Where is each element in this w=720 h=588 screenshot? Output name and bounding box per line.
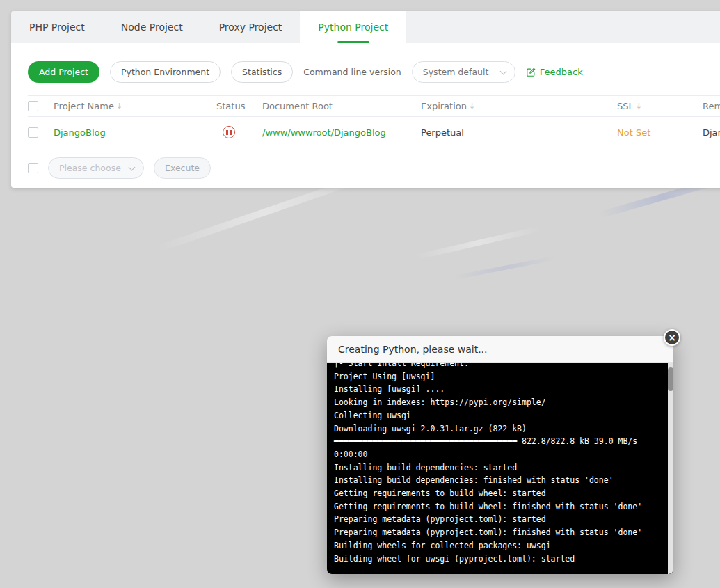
chevron-down-icon bbox=[129, 164, 136, 170]
execute-button[interactable]: Execute bbox=[154, 157, 211, 179]
sort-icon[interactable]: ↓ bbox=[636, 102, 642, 111]
ssl-status-link[interactable]: Not Set bbox=[617, 127, 650, 138]
terminal-line: Preparing metadata (pyproject.toml): sta… bbox=[334, 513, 659, 526]
header-status: Status bbox=[216, 101, 245, 111]
feedback-icon bbox=[526, 67, 536, 77]
terminal-line: 0:00:00 bbox=[334, 448, 659, 461]
table-row: DjangoBlog /www/wwwroot/DjangoBlog Perpe… bbox=[28, 117, 720, 148]
tab-python-project[interactable]: Python Project bbox=[300, 11, 406, 43]
project-type-tabs: PHP Project Node Project Proxy Project P… bbox=[11, 11, 720, 43]
python-environment-button[interactable]: Python Environment bbox=[110, 61, 221, 83]
header-ssl: SSL bbox=[617, 101, 634, 111]
modal-title: Creating Python, please wait... bbox=[338, 344, 488, 355]
add-project-button[interactable]: Add Project bbox=[28, 61, 99, 83]
header-document-root: Document Root bbox=[262, 101, 333, 111]
terminal-line: Installing build dependencies: started bbox=[334, 461, 659, 475]
terminal-line: Building wheel for uwsgi (pyproject.toml… bbox=[334, 553, 659, 566]
command-line-version-label: Command line version bbox=[303, 67, 401, 77]
toolbar: Add Project Python Environment Statistic… bbox=[11, 43, 720, 83]
project-name-link[interactable]: DjangoBlog bbox=[54, 127, 106, 138]
batch-action-select-placeholder: Please choose bbox=[59, 163, 121, 173]
chevron-down-icon bbox=[499, 67, 506, 74]
batch-action-select[interactable]: Please choose bbox=[48, 157, 144, 179]
background-streak bbox=[453, 256, 556, 280]
terminal-line: Getting requirements to build wheel: fin… bbox=[334, 500, 659, 514]
row-checkbox[interactable] bbox=[28, 127, 38, 138]
terminal-line: |- Start Intall Requirement. bbox=[334, 363, 659, 370]
status-paused-icon[interactable] bbox=[223, 126, 235, 138]
header-project-name: Project Name bbox=[54, 101, 114, 111]
project-table: Project Name ↓ Status Document Root Expi… bbox=[28, 95, 720, 148]
document-root-link[interactable]: /www/wwwroot/DjangoBlog bbox=[262, 127, 386, 138]
project-panel: PHP Project Node Project Proxy Project P… bbox=[11, 11, 720, 188]
terminal-scrollbar-thumb[interactable] bbox=[668, 367, 673, 391]
python-version-select-value: System default bbox=[423, 67, 489, 77]
terminal-output[interactable]: |- Start Intall Requirement. Project Usi… bbox=[327, 363, 673, 574]
terminal-line: Project Using [uwsgi] bbox=[334, 370, 659, 383]
terminal-line: Getting requirements to build wheel: sta… bbox=[334, 487, 659, 500]
terminal-line: Building wheels for collected packages: … bbox=[334, 539, 659, 553]
tab-proxy-project[interactable]: Proxy Project bbox=[201, 11, 301, 43]
terminal-line: Downloading uwsgi-2.0.31.tar.gz (822 kB) bbox=[334, 422, 659, 436]
table-header-row: Project Name ↓ Status Document Root Expi… bbox=[28, 95, 720, 117]
batch-action-bar: Please choose Execute bbox=[28, 157, 720, 179]
statistics-button[interactable]: Statistics bbox=[231, 61, 293, 83]
header-expiration: Expiration bbox=[421, 101, 467, 111]
terminal-line: Installing build dependencies: finished … bbox=[334, 474, 659, 487]
terminal-line: Collecting uwsgi bbox=[334, 409, 659, 422]
batch-select-checkbox[interactable] bbox=[28, 163, 38, 173]
feedback-link[interactable]: Feedback bbox=[526, 67, 583, 77]
expiration-value: Perpetual bbox=[421, 127, 464, 138]
tab-php-project[interactable]: PHP Project bbox=[11, 11, 103, 43]
feedback-label: Feedback bbox=[540, 67, 583, 77]
header-remark: Remark bbox=[703, 101, 720, 111]
background-streak bbox=[415, 225, 541, 260]
terminal-progress-line: ━━━━━━━━━━━━━━━━━━━━━━━━━━━━━━━━━━━━━━ 8… bbox=[334, 435, 659, 448]
remark-value: DjangoBlog bbox=[703, 127, 720, 138]
terminal-line: Preparing metadata (pyproject.toml): fin… bbox=[334, 526, 659, 539]
terminal-line: Installing [uwsgi] .... bbox=[334, 383, 659, 396]
modal-header: Creating Python, please wait... bbox=[327, 336, 673, 363]
select-all-checkbox[interactable] bbox=[28, 101, 38, 111]
modal-close-button[interactable]: × bbox=[664, 329, 680, 346]
terminal-scrollbar[interactable] bbox=[668, 363, 673, 574]
creating-python-modal: × Creating Python, please wait... |- Sta… bbox=[327, 336, 673, 574]
python-version-select[interactable]: System default bbox=[412, 61, 515, 83]
sort-icon[interactable]: ↓ bbox=[469, 102, 475, 111]
sort-icon[interactable]: ↓ bbox=[116, 102, 122, 111]
tab-node-project[interactable]: Node Project bbox=[103, 11, 201, 43]
terminal-line: Looking in indexes: https://pypi.org/sim… bbox=[334, 396, 659, 409]
